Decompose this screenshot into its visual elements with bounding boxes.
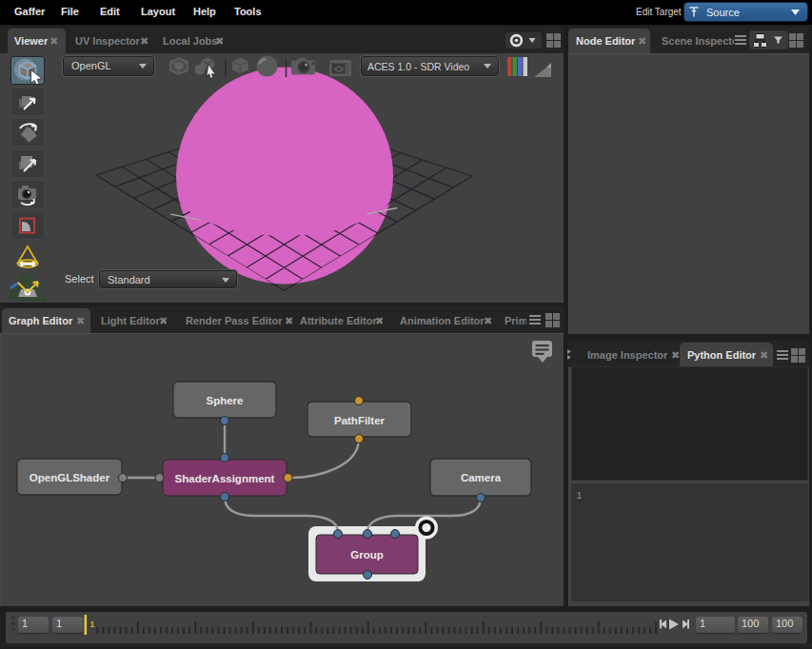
svg-text:Group: Group	[350, 549, 384, 560]
svg-text:Sphere: Sphere	[207, 395, 244, 406]
svg-text:PathFilter: PathFilter	[334, 415, 386, 426]
svg-text:Camera: Camera	[461, 472, 502, 483]
svg-text:Source: Source	[706, 7, 740, 18]
svg-text:1: 1	[90, 620, 95, 629]
svg-text:ShaderAssignment: ShaderAssignment	[175, 473, 275, 484]
svg-text:OpenGLShader: OpenGLShader	[30, 472, 110, 483]
